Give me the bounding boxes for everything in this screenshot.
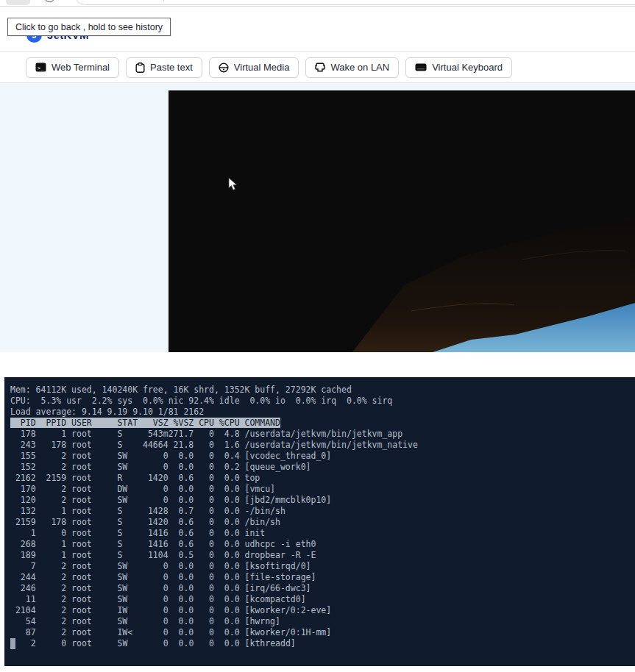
paste-text-label: Paste text <box>150 62 193 73</box>
mouse-pointer-icon <box>228 177 238 191</box>
video-scene <box>168 90 635 352</box>
terminal-icon: >_ <box>35 62 46 72</box>
back-arrow-icon[interactable]: ‹ <box>12 0 24 3</box>
clipboard-icon <box>135 62 145 73</box>
web-terminal-label: Web Terminal <box>52 62 110 73</box>
load-average-line: Load average: 9.14 9.19 9.10 1/81 2162 <box>10 407 635 418</box>
cpu-line: CPU: 5.3% usr 2.2% sys 0.0% nic 92.4% id… <box>10 396 635 407</box>
wake-on-lan-button[interactable]: Wake on LAN <box>305 57 399 78</box>
mem-line: Mem: 64112K used, 140240K free, 16K shrd… <box>10 385 635 396</box>
process-row: 2162 2159 root R 1420 0.6 0 0.0 top <box>10 473 635 484</box>
process-row: 268 1 root S 1416 0.6 0 0.0 udhcpc -i et… <box>10 539 635 550</box>
process-row: 2104 2 root IW 0 0.0 0 0.0 [kworker/0:2-… <box>10 605 635 616</box>
process-row: 189 1 root S 1104 0.5 0 0.0 dropbear -R … <box>10 550 635 561</box>
process-row: 7 2 root SW 0 0.0 0 0.0 [ksoftirqd/0] <box>10 561 635 572</box>
process-row: 54 2 root SW 0 0.0 0 0.0 [hwrng] <box>10 616 635 627</box>
virtual-keyboard-label: Virtual Keyboard <box>432 62 503 73</box>
video-section <box>0 83 635 352</box>
keyboard-icon <box>415 63 427 71</box>
address-bar[interactable]: Not secure 10.0.0.38 <box>74 0 635 5</box>
process-row: 170 2 root DW 0 0.0 0 0.0 [vmcu] <box>10 484 635 495</box>
wake-on-lan-label: Wake on LAN <box>330 62 389 73</box>
virtual-media-label: Virtual Media <box>234 62 290 73</box>
svg-text:>_: >_ <box>38 65 44 71</box>
process-row: 152 2 root SW 0 0.0 0 0.2 [queue_work0] <box>10 462 635 473</box>
process-row: 244 2 root SW 0 0.0 0 0.0 [file-storage] <box>10 572 635 583</box>
address-bar-divider <box>163 0 164 1</box>
web-terminal-button[interactable]: >_ Web Terminal <box>26 57 119 78</box>
back-tooltip: Click to go back , hold to see history <box>7 18 171 36</box>
process-row: 120 2 root SW 0 0.0 0 0.0 [jbd2/mmcblk0p… <box>10 495 635 506</box>
process-row: 2 0 root SW 0 0.0 0 0.0 [kthreadd] <box>10 638 635 649</box>
ethernet-plug-icon <box>315 62 325 72</box>
process-table-header: PID PPID USER STAT VSZ %VSZ CPU %CPU COM… <box>10 418 635 429</box>
browser-toolbar: ‹ Not secure 10.0.0.38 <box>0 0 635 7</box>
action-toolbar: >_ Web Terminal Paste text Virtual Media… <box>0 52 635 83</box>
process-row: 2159 178 root S 1420 0.6 0 0.0 /bin/sh <box>10 517 635 528</box>
process-row: 243 178 root S 44664 21.8 0 1.6 /userdat… <box>10 440 635 451</box>
process-row: 11 2 root SW 0 0.0 0 0.0 [kcompactd0] <box>10 594 635 605</box>
jetkvm-page: ‹ Not secure 10.0.0.38 J JetKVM Click to… <box>0 0 635 672</box>
virtual-keyboard-button[interactable]: Virtual Keyboard <box>405 57 512 78</box>
process-row: 1 0 root S 1416 0.6 0 0.0 init <box>10 528 635 539</box>
process-row: 246 2 root SW 0 0.0 0 0.0 [irq/66-dwc3] <box>10 583 635 594</box>
process-row: 178 1 root S 543m271.7 0 4.8 /userdata/j… <box>10 429 635 440</box>
paste-text-button[interactable]: Paste text <box>126 57 202 78</box>
process-row: 87 2 root IW< 0 0.0 0 0.0 [kworker/0:1H-… <box>10 627 635 638</box>
virtual-media-button[interactable]: Virtual Media <box>209 57 299 78</box>
terminal-panel[interactable]: Mem: 64112K used, 140240K free, 16K shrd… <box>4 377 635 666</box>
process-table-rows: 178 1 root S 543m271.7 0 4.8 /userdata/j… <box>10 429 635 649</box>
remote-video-feed[interactable] <box>168 90 635 352</box>
process-row: 132 1 root S 1428 0.7 0 0.0 -/bin/sh <box>10 506 635 517</box>
process-row: 155 2 root SW 0 0.0 0 0.4 [vcodec_thread… <box>10 451 635 462</box>
disc-icon <box>219 62 229 73</box>
terminal-cursor <box>10 638 15 649</box>
reload-icon[interactable] <box>44 0 55 2</box>
